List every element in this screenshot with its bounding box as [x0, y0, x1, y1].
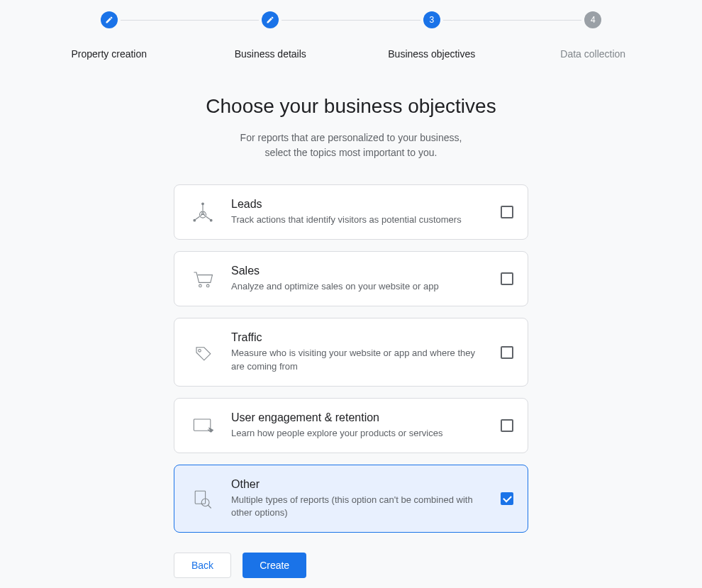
objective-title: Other [231, 478, 486, 491]
objective-card-other[interactable]: Other Multiple types of reports (this op… [174, 465, 528, 533]
stepper: Property creation Business details 3 Bus… [0, 0, 702, 60]
page-subtitle: For reports that are personalized to you… [152, 131, 550, 160]
step-property-creation[interactable]: Property creation [28, 11, 190, 60]
leads-icon [189, 198, 217, 226]
svg-point-9 [206, 284, 209, 287]
svg-rect-11 [194, 419, 210, 431]
main-content: Choose your business objectives For repo… [152, 95, 550, 578]
objective-card-leads[interactable]: Leads Track actions that identify visito… [174, 184, 528, 240]
checkbox-other[interactable] [501, 492, 513, 505]
magnify-icon [189, 484, 217, 513]
step-business-objectives[interactable]: 3 Business objectives [351, 11, 513, 60]
back-button[interactable]: Back [174, 553, 231, 578]
svg-point-6 [194, 219, 196, 221]
pencil-icon [101, 11, 118, 28]
pencil-icon [262, 11, 279, 28]
checkbox-leads[interactable] [501, 206, 513, 218]
svg-point-10 [199, 349, 201, 352]
objectives-list: Leads Track actions that identify visito… [174, 184, 528, 533]
tag-icon [189, 338, 217, 367]
page-title: Choose your business objectives [152, 95, 550, 118]
objective-title: Leads [231, 198, 486, 211]
step-business-details[interactable]: Business details [190, 11, 352, 60]
step-label: Property creation [71, 48, 147, 60]
step-number: 3 [423, 11, 440, 28]
checkbox-sales[interactable] [501, 272, 513, 285]
create-button[interactable]: Create [243, 553, 306, 578]
objective-desc: Measure who is visiting your website or … [231, 347, 486, 372]
objective-title: Sales [231, 265, 486, 277]
screen-icon [189, 411, 217, 440]
svg-point-8 [199, 284, 202, 287]
step-label: Data collection [560, 48, 625, 60]
svg-point-5 [202, 203, 204, 205]
objective-title: User engagement & retention [231, 411, 486, 424]
objective-card-engagement[interactable]: User engagement & retention Learn how pe… [174, 398, 528, 453]
objective-desc: Track actions that identify visitors as … [231, 213, 486, 226]
svg-line-4 [206, 216, 211, 220]
objective-desc: Analyze and optimize sales on your websi… [231, 280, 486, 293]
cart-icon [189, 265, 217, 293]
step-data-collection[interactable]: 4 Data collection [513, 11, 674, 60]
svg-point-7 [210, 219, 212, 221]
objective-desc: Learn how people explore your products o… [231, 427, 486, 440]
checkbox-engagement[interactable] [501, 419, 513, 432]
objective-desc: Multiple types of reports (this option c… [231, 494, 486, 519]
objective-card-sales[interactable]: Sales Analyze and optimize sales on your… [174, 251, 528, 306]
button-row: Back Create [174, 553, 528, 578]
objective-card-traffic[interactable]: Traffic Measure who is visiting your web… [174, 318, 528, 386]
checkbox-traffic[interactable] [501, 346, 513, 359]
svg-line-14 [208, 505, 211, 509]
step-label: Business objectives [388, 48, 475, 60]
svg-rect-12 [195, 491, 205, 504]
step-number: 4 [584, 11, 601, 28]
svg-line-3 [195, 216, 199, 220]
step-label: Business details [235, 48, 306, 60]
objective-title: Traffic [231, 331, 486, 344]
